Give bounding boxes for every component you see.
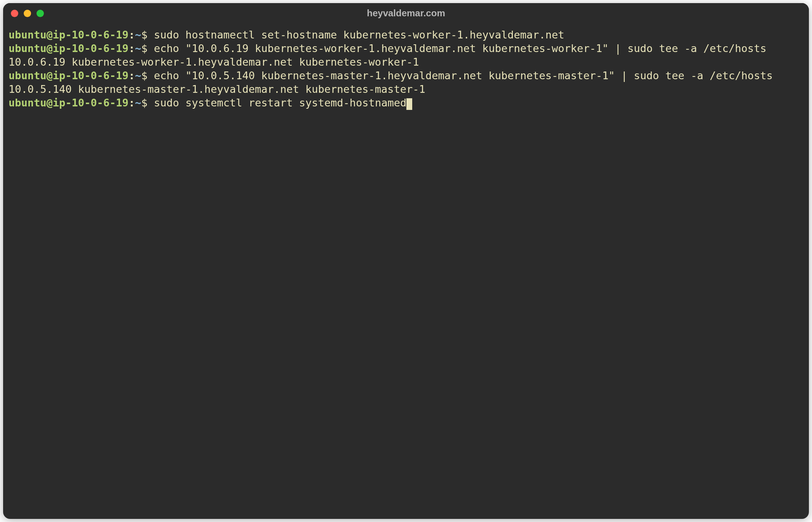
prompt-user: ubuntu	[9, 97, 47, 109]
prompt-colon: :	[129, 70, 135, 82]
prompt-colon: :	[129, 42, 135, 54]
terminal-line: ubuntu@ip-10-0-6-19:~$ echo "10.0.6.19 k…	[9, 42, 803, 55]
command-text: echo "10.0.5.140 kubernetes-master-1.hey…	[154, 70, 773, 82]
prompt-host: ip-10-0-6-19	[53, 70, 129, 82]
prompt-path: ~	[135, 97, 141, 109]
prompt-path: ~	[135, 29, 141, 41]
prompt-host: ip-10-0-6-19	[53, 42, 129, 54]
terminal-line: ubuntu@ip-10-0-6-19:~$ sudo systemctl re…	[9, 96, 803, 110]
minimize-icon[interactable]	[24, 10, 31, 17]
prompt-colon: :	[129, 97, 135, 109]
traffic-lights	[11, 10, 44, 17]
prompt-at: @	[47, 42, 53, 54]
terminal-line: 10.0.6.19 kubernetes-worker-1.heyvaldema…	[9, 55, 803, 69]
prompt-symbol: $	[141, 42, 154, 54]
prompt-path: ~	[135, 70, 141, 82]
output-text: 10.0.5.140 kubernetes-master-1.heyvaldem…	[9, 83, 425, 95]
prompt-path: ~	[135, 42, 141, 54]
prompt-user: ubuntu	[9, 70, 47, 82]
prompt-at: @	[47, 97, 53, 109]
output-text: 10.0.6.19 kubernetes-worker-1.heyvaldema…	[9, 56, 419, 68]
window-title: heyvaldemar.com	[367, 8, 445, 19]
title-bar: heyvaldemar.com	[3, 3, 809, 23]
prompt-host: ip-10-0-6-19	[53, 29, 129, 41]
maximize-icon[interactable]	[37, 10, 44, 17]
prompt-symbol: $	[141, 97, 154, 109]
prompt-at: @	[47, 70, 53, 82]
close-icon[interactable]	[11, 10, 18, 17]
prompt-at: @	[47, 29, 53, 41]
cursor-icon	[406, 98, 412, 110]
prompt-colon: :	[129, 29, 135, 41]
terminal-line: 10.0.5.140 kubernetes-master-1.heyvaldem…	[9, 82, 803, 96]
terminal-body[interactable]: ubuntu@ip-10-0-6-19:~$ sudo hostnamectl …	[3, 23, 809, 519]
prompt-symbol: $	[141, 70, 154, 82]
terminal-line: ubuntu@ip-10-0-6-19:~$ echo "10.0.5.140 …	[9, 69, 803, 82]
command-text: sudo systemctl restart systemd-hostnamed	[154, 97, 406, 109]
prompt-user: ubuntu	[9, 29, 47, 41]
prompt-user: ubuntu	[9, 42, 47, 54]
command-text: sudo hostnamectl set-hostname kubernetes…	[154, 29, 565, 41]
terminal-line: ubuntu@ip-10-0-6-19:~$ sudo hostnamectl …	[9, 28, 803, 42]
prompt-symbol: $	[141, 29, 154, 41]
terminal-window: heyvaldemar.com ubuntu@ip-10-0-6-19:~$ s…	[3, 3, 809, 519]
prompt-host: ip-10-0-6-19	[53, 97, 129, 109]
command-text: echo "10.0.6.19 kubernetes-worker-1.heyv…	[154, 42, 767, 54]
